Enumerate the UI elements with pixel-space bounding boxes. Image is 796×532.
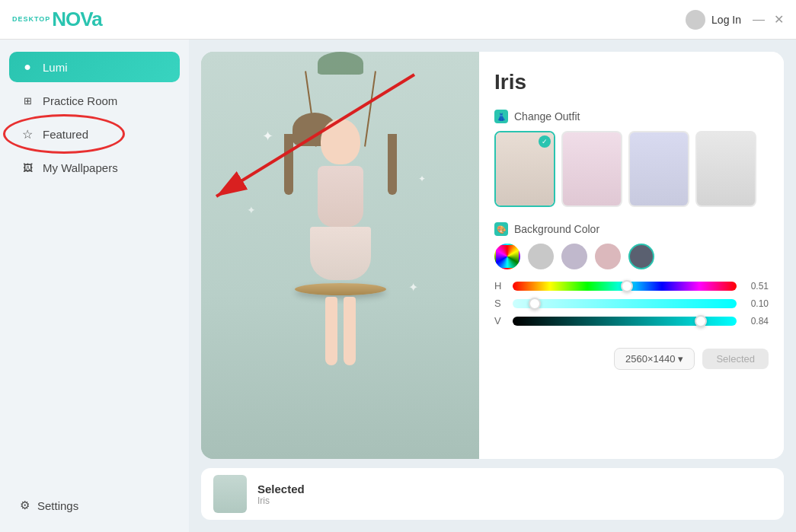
right-panel: Iris 👗 Change Outfit ✓ [479, 52, 784, 459]
h-slider-thumb[interactable] [621, 280, 633, 292]
sparkle-3: ✦ [408, 280, 418, 295]
char-leg-left [325, 297, 337, 365]
sidebar-item-practice-room[interactable]: ⊞ Practice Room [9, 85, 180, 116]
lumi-icon: ● [20, 59, 35, 75]
color-swatch-rainbow[interactable] [494, 244, 520, 269]
outfit-image-4 [697, 132, 755, 205]
sidebar-item-label-featured: Featured [43, 128, 88, 141]
char-body [318, 166, 363, 227]
v-slider-track[interactable] [513, 317, 737, 326]
sidebar-item-label-practice-room: Practice Room [43, 94, 117, 107]
char-head [321, 119, 360, 164]
bottom-bar: Selected Iris [201, 468, 784, 520]
sparkle-1: ✦ [262, 128, 273, 145]
outfit-thumb-2[interactable] [561, 131, 622, 207]
s-value: 0.10 [744, 298, 769, 309]
sidebar-item-featured[interactable]: ☆ Featured [9, 119, 180, 149]
main-card: ✦ ✦ ✦ ✦ [201, 52, 784, 459]
login-label: Log In [711, 14, 741, 26]
character-figure [295, 119, 386, 393]
resolution-button[interactable]: 2560×1440 ▾ [614, 348, 695, 370]
close-button[interactable]: ✕ [773, 14, 784, 25]
bottom-title: Selected [257, 483, 305, 495]
window-controls: — ✕ [753, 14, 784, 25]
outfit-thumb-1[interactable]: ✓ [494, 131, 555, 207]
char-hair-right [388, 134, 397, 195]
v-value: 0.84 [744, 316, 769, 327]
color-section-label: 🎨 Background Color [494, 222, 769, 236]
outfit-thumb-3[interactable] [628, 131, 689, 207]
color-swatch-gray[interactable] [528, 244, 554, 269]
my-wallpapers-icon: 🖼 [20, 160, 35, 175]
character-name: Iris [494, 70, 769, 94]
outfit-image-2 [563, 132, 621, 205]
resolution-controls: 2560×1440 ▾ Selected [494, 348, 769, 370]
character-scene: ✦ ✦ ✦ ✦ [201, 52, 479, 459]
char-skirt [310, 227, 371, 280]
featured-icon: ☆ [20, 126, 35, 142]
logo-area: DESKTOP NOVa [12, 8, 102, 31]
char-hair-left [284, 134, 293, 195]
s-slider-thumb[interactable] [529, 298, 541, 310]
select-button[interactable]: Selected [702, 349, 769, 369]
bottom-subtitle: Iris [257, 495, 305, 506]
h-slider-track[interactable] [513, 282, 737, 291]
outfit-image-3 [630, 132, 688, 205]
h-value: 0.51 [744, 281, 769, 291]
minimize-button[interactable]: — [753, 14, 764, 25]
color-icon: 🎨 [494, 222, 508, 236]
sidebar-item-label-lumi: Lumi [43, 61, 68, 74]
titlebar-right: Log In — ✕ [686, 10, 784, 30]
sidebar-item-label-settings: Settings [37, 499, 78, 512]
character-display: ✦ ✦ ✦ ✦ [201, 52, 479, 459]
color-swatch-dark[interactable] [628, 244, 654, 269]
settings-icon: ⚙ [20, 499, 30, 512]
sparkle-4: ✦ [418, 174, 426, 184]
bottom-info: Selected Iris [257, 483, 305, 506]
avatar [686, 10, 705, 30]
h-label: H [494, 280, 505, 291]
logo: NOVa [52, 8, 101, 31]
plant-decoration [318, 52, 363, 75]
resolution-value: 2560×1440 [625, 353, 675, 365]
color-section: 🎨 Background Color H [494, 222, 769, 333]
titlebar: DESKTOP NOVa Log In — ✕ [0, 0, 796, 40]
content-area: ✦ ✦ ✦ ✦ [189, 40, 796, 532]
main-layout: ● Lumi ⊞ Practice Room ☆ Featured 🖼 My W… [0, 40, 796, 532]
sparkle-2: ✦ [247, 204, 256, 216]
v-slider-row: V 0.84 [494, 315, 769, 327]
color-swatch-lavender[interactable] [561, 244, 587, 269]
outfit-grid: ✓ [494, 131, 769, 207]
outfit-section-label: 👗 Change Outfit [494, 110, 769, 123]
outfit-icon: 👗 [494, 110, 508, 123]
char-leg-right [344, 297, 356, 365]
login-button[interactable]: Log In [686, 10, 741, 30]
v-label: V [494, 315, 505, 327]
color-swatches [494, 244, 769, 269]
h-slider-row: H 0.51 [494, 280, 769, 291]
sidebar-item-label-wallpapers: My Wallpapers [43, 161, 118, 174]
practice-room-icon: ⊞ [20, 93, 35, 108]
bottom-thumb [213, 475, 247, 513]
sidebar-item-lumi[interactable]: ● Lumi [9, 52, 180, 82]
outfit-section: 👗 Change Outfit ✓ [494, 110, 769, 207]
sidebar-item-settings[interactable]: ⚙ Settings [9, 491, 180, 520]
v-slider-thumb[interactable] [695, 315, 707, 327]
sidebar: ● Lumi ⊞ Practice Room ☆ Featured 🖼 My W… [0, 40, 189, 532]
logo-desktop: DESKTOP [12, 15, 50, 23]
char-legs [295, 297, 386, 365]
color-swatch-pink[interactable] [595, 244, 621, 269]
outfit-selected-badge: ✓ [539, 135, 551, 148]
outfit-thumb-4[interactable] [695, 131, 756, 207]
s-label: S [494, 298, 505, 309]
swing-seat [295, 283, 386, 295]
resolution-chevron-icon: ▾ [678, 353, 683, 365]
sidebar-item-my-wallpapers[interactable]: 🖼 My Wallpapers [9, 152, 180, 183]
s-slider-row: S 0.10 [494, 298, 769, 309]
s-slider-track[interactable] [513, 299, 737, 308]
